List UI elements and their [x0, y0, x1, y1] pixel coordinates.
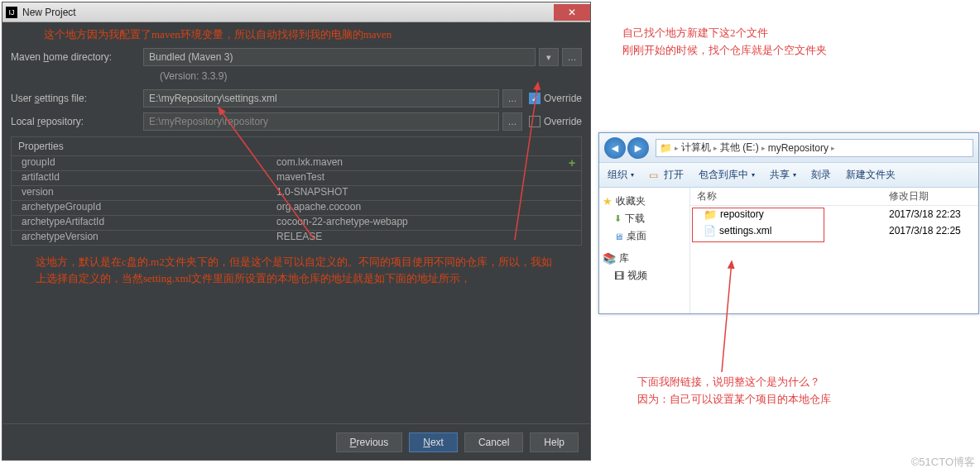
local-repo-override-checkbox[interactable]: [529, 116, 540, 127]
local-repo-input[interactable]: E:\myRepository\repository: [143, 112, 499, 131]
maven-version: (Version: 3.3.9): [11, 70, 582, 85]
maven-home-dropdown[interactable]: ▾: [539, 48, 559, 66]
toolbar-share[interactable]: 共享: [770, 168, 796, 182]
property-row[interactable]: archetypeArtifactIdcocoon-22-archetype-w…: [12, 215, 581, 230]
crumb-0[interactable]: 计算机: [681, 141, 711, 155]
maven-home-browse[interactable]: …: [562, 48, 582, 66]
explorer-sidebar: ★收藏夹 ⬇下载 🖥桌面 📚库 🎞视频: [599, 188, 690, 313]
sidebar-desktop[interactable]: 🖥桌面: [603, 227, 686, 245]
sidebar-libraries[interactable]: 📚库: [603, 250, 686, 267]
cancel-button[interactable]: Cancel: [464, 432, 523, 452]
local-repo-label: Local repository:: [11, 116, 143, 127]
property-row[interactable]: version1.0-SNAPSHOT: [12, 185, 581, 200]
download-icon: ⬇: [614, 213, 622, 224]
library-icon: 📚: [603, 252, 616, 265]
toolbar-include[interactable]: 包含到库中: [699, 168, 755, 182]
property-row[interactable]: groupIdcom.lxk.maven+: [12, 155, 581, 170]
annotation-top-right: 自己找个地方新建下这2个文件刚刚开始的时候，找个仓库就是个空文件夹: [622, 25, 827, 60]
toolbar-organize[interactable]: 组织: [608, 168, 634, 182]
property-row[interactable]: artifactIdmavenTest: [12, 170, 581, 185]
explorer-file-list: 名称 修改日期 📁repository2017/3/18 22:23📄setti…: [690, 188, 978, 313]
help-button[interactable]: Help: [530, 432, 579, 452]
toolbar-newfolder[interactable]: 新建文件夹: [846, 168, 896, 182]
annotation-bottom-right: 下面我附链接，说明整这个是为什么？因为：自己可以设置某个项目的本地仓库: [637, 374, 831, 408]
file-icon: 📄: [704, 225, 716, 236]
explorer-window: ◄ ► 📁 ▸ 计算机 ▸ 其他 (E:) ▸ myRepository ▸ 组…: [598, 132, 979, 314]
explorer-toolbar: 组织 ▭ 打开 包含到库中 共享 刻录 新建文件夹: [599, 163, 978, 188]
dialog-titlebar: IJ New Project ✕: [2, 2, 590, 22]
toolbar-burn[interactable]: 刻录: [811, 168, 831, 182]
annotation-middle: 这地方，默认是在c盘的.m2文件夹下的，但是这个是可以自定义的。不同的项目使用不…: [11, 246, 582, 286]
property-row[interactable]: archetypeGroupIdorg.apache.cocoon: [12, 200, 581, 215]
user-settings-input[interactable]: E:\myRepository\settings.xml: [143, 89, 499, 108]
desktop-icon: 🖥: [614, 232, 623, 241]
user-settings-label: User settings file:: [11, 93, 143, 104]
close-button[interactable]: ✕: [554, 4, 590, 21]
crumb-2[interactable]: myRepository: [768, 142, 829, 154]
sidebar-favorites[interactable]: ★收藏夹: [603, 193, 686, 210]
back-button[interactable]: ◄: [604, 137, 626, 159]
new-project-dialog: IJ New Project ✕ 这个地方因为我配置了maven环境变量，所以自…: [2, 2, 591, 461]
list-item[interactable]: 📁repository2017/3/18 22:23: [690, 206, 978, 222]
maven-home-label: Maven home directory:: [11, 51, 143, 63]
watermark: ©51CTO博客: [911, 455, 975, 470]
address-bar[interactable]: 📁 ▸ 计算机 ▸ 其他 (E:) ▸ myRepository ▸: [656, 139, 973, 157]
column-date[interactable]: 修改日期: [889, 188, 978, 205]
user-settings-override-checkbox[interactable]: ✓: [529, 93, 540, 104]
add-property-button[interactable]: +: [569, 156, 575, 170]
star-icon: ★: [603, 195, 612, 208]
column-name[interactable]: 名称: [690, 188, 889, 205]
sidebar-videos[interactable]: 🎞视频: [603, 267, 686, 284]
video-icon: 🎞: [614, 270, 624, 282]
explorer-addressbar-row: ◄ ► 📁 ▸ 计算机 ▸ 其他 (E:) ▸ myRepository ▸: [599, 133, 978, 163]
override-label-1: Override: [544, 93, 582, 104]
property-row[interactable]: archetypeVersionRELEASE: [12, 230, 581, 245]
toolbar-open[interactable]: ▭ 打开: [649, 168, 684, 182]
maven-home-input[interactable]: Bundled (Maven 3): [143, 48, 536, 66]
properties-header: Properties: [12, 137, 581, 155]
folder-icon: 📁: [660, 142, 672, 154]
folder-icon: 📁: [704, 208, 717, 221]
app-icon: IJ: [6, 7, 17, 18]
forward-button[interactable]: ►: [627, 137, 649, 159]
dialog-title: New Project: [22, 7, 554, 18]
list-item[interactable]: 📄settings.xml2017/3/18 22:25: [690, 222, 978, 239]
dialog-footer: Previous Next Cancel Help: [2, 423, 590, 460]
sidebar-downloads[interactable]: ⬇下载: [603, 210, 686, 227]
previous-button[interactable]: Previous: [336, 432, 403, 452]
annotation-top: 这个地方因为我配置了maven环境变量，所以自动找得到我的电脑的maven: [11, 26, 582, 44]
properties-panel: Properties groupIdcom.lxk.maven+artifact…: [11, 136, 582, 246]
crumb-1[interactable]: 其他 (E:): [720, 141, 759, 155]
override-label-2: Override: [544, 116, 582, 127]
local-repo-browse[interactable]: …: [502, 112, 522, 131]
next-button[interactable]: Next: [409, 432, 458, 452]
user-settings-browse[interactable]: …: [502, 89, 522, 108]
